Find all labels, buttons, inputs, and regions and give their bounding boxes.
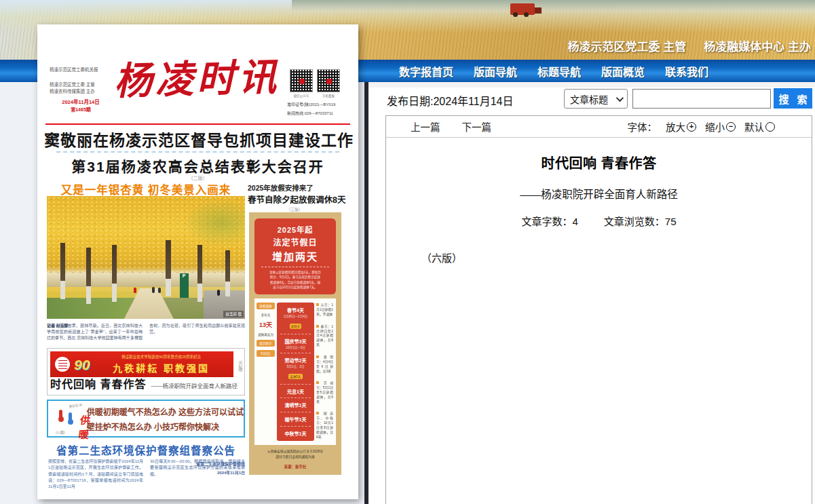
anniversary-slogan: 九秩耕耘 职教强国 (113, 361, 210, 374)
reader-toolbar: 上一篇 下一篇 字体： 放大 + 缩小 − 默认 (386, 116, 812, 138)
photo-credit: 赵玉婷 摄 (223, 311, 244, 317)
infographic-header-card: 2025年起 法定节假日 增加两天 全体公民放假的假日增加2天，即农历 除夕、5… (254, 218, 336, 294)
sponsor-text-1: 杨凌示范区党工委 主管 (568, 37, 687, 54)
featured-story-row: 时代回响 青春作答 ——杨凌职院开辟全面育人新路径 (54, 375, 233, 391)
qr-code-2 (317, 69, 340, 92)
holiday-list: 春节4天 1月28日—2月4日 含除夕 国庆节3天 10月1日—3日 劳动节2天… (277, 303, 314, 440)
sponsor-text-2: 杨凌融媒体中心 主办 (704, 37, 811, 54)
prev-article-link[interactable]: 上一篇 (411, 119, 440, 134)
infographic-divider (261, 267, 329, 267)
infographic-line-2: 法定节假日 (257, 236, 333, 248)
heating-headlines: 供暖初期暖气不热怎么办 这些方法可以试试 壁挂炉不热怎么办 小技巧帮你快解决 (86, 401, 244, 436)
nav-item-page-nav[interactable]: 版面导航 (474, 63, 517, 79)
views-value: 75 (665, 216, 677, 227)
anniversary-small-line: 杨凌职业技术学院建校90周年暨合校25周年纪念 (121, 354, 201, 360)
holiday-tip: 国庆节、中秋节：10月1日至8日放假调休，共8天 (316, 412, 333, 440)
font-label: 字体： (628, 119, 658, 134)
search-category-select[interactable]: 文章标题 (564, 89, 628, 109)
font-default-label: 默认 (744, 119, 764, 134)
search-category-value: 文章标题 (570, 92, 608, 106)
search-button[interactable]: 搜 索 (774, 88, 812, 109)
story-page-ref: （六版） (238, 358, 244, 374)
word-count-label: 文章字数： (521, 216, 572, 227)
qr-label-1: 微信公众号 (290, 94, 313, 98)
scooter-rider (217, 290, 220, 296)
front-page-thumbnail[interactable]: 杨凌示范区党工委机关报 杨凌示范区党工委 主管 杨凌农科传媒集团 主办 2024… (37, 24, 358, 499)
article-subtitle: ——杨凌职院开辟全面育人新路径 (386, 186, 812, 201)
banner-treeline (292, 0, 815, 11)
tree-trunk (225, 250, 230, 297)
holiday-kicker: 2025年放假安排来了 (248, 182, 349, 193)
photo-caption: 记者 赵玉婷 又是一年银杏黄，层林尽染。近日，西北农林科技大学南校区的街道披上了… (47, 323, 245, 345)
parking-sign: P (180, 273, 189, 298)
heating-tips-box: 美好生活 供暖 （八版） 供暖初期暖气不热怎么办 这些方法可以试试 壁挂炉不热怎… (47, 400, 245, 438)
holiday-item: 国庆节3天 10月1日—3日 (279, 338, 312, 349)
article-meta: 文章字数：4文章浏览数：75 (386, 214, 812, 228)
article-body: （六版） (386, 250, 812, 265)
tree-trunk (197, 245, 202, 301)
ginkgo-photo: P 赵玉婷 摄 (47, 196, 245, 319)
nav-item-page-overview[interactable]: 版面概览 (601, 63, 645, 79)
tree-trunk (166, 240, 171, 296)
masthead-rule (45, 123, 350, 125)
featured-story-title: 时代回响 青春作答 (50, 375, 146, 391)
font-zoom-out-label: 缩小 (705, 119, 725, 134)
featured-story-subtitle: ——杨凌职院开辟全面育人新路径 (151, 381, 238, 389)
photo-story-headline: 又是一年银杏黄 初冬美景入画来 (47, 181, 245, 197)
holiday-item: 清明节1天 (279, 402, 312, 408)
infographic-line-3: 增加两天 (257, 249, 333, 263)
next-article-link[interactable]: 下一篇 (462, 119, 492, 134)
second-headline-page-ref: （二版） (44, 174, 352, 181)
nav-item-home[interactable]: 数字报首页 (399, 63, 453, 79)
infographic-note: 庆节自10月1日起放假调休7天。 (257, 285, 333, 290)
heating-script-text: 美好生活 (69, 402, 83, 409)
search-input[interactable] (632, 89, 771, 109)
side-tag: 5月2日 (257, 350, 275, 357)
sponsor-line: 杨凌示范区党工委 主管 杨凌融媒体中心 主办 (568, 37, 811, 54)
newspaper-title: 杨凌时讯 (99, 54, 295, 106)
paper-issue: 第1465期 (50, 107, 112, 112)
lead-headline: 窦敬丽在杨凌示范区督导包抓项目建设工作 (44, 128, 352, 151)
article-reader: 上一篇 下一篇 字体： 放大 + 缩小 − 默认 时代回响 青春作答 (385, 115, 812, 504)
heating-headline-1: 供暖初期暖气不热怎么办 这些方法可以试试 (87, 406, 244, 417)
news-hotline: 新闻热线:029—87033711 (287, 110, 333, 116)
infographic-source: 来源：新华社 (254, 464, 336, 469)
holiday-tip: 元旦：1月1日放假1天，不调休 (316, 303, 333, 317)
notice-headline: 省第二生态环境保护督察组督察公告 (47, 442, 245, 457)
second-headline: 第31届杨凌农高会总结表彰大会召开 (44, 155, 352, 176)
license-number: 准印证号(陕)2021—BY019 (287, 101, 335, 107)
infographic-note: 除夕、5月2日。春节自农历除夕起放 (257, 275, 333, 279)
holiday-item: 中秋节1天 (279, 430, 312, 437)
pedestrian (158, 288, 161, 293)
tree-trunk (112, 245, 117, 301)
thermometer-blue-icon (69, 412, 72, 422)
nav-item-title-nav[interactable]: 标题导航 (537, 63, 581, 79)
font-default-button[interactable]: 默认 (744, 119, 775, 134)
notice-body: 按照安排，省第二生态环境保护督察组于2024年11月1日进驻杨凌示范区，开展生态… (47, 459, 245, 497)
tree-trunk (60, 243, 65, 299)
infographic-footnote: ＊具体安排以国务院办公厅关于2025年 (254, 449, 336, 454)
font-zoom-in-button[interactable]: 放大 + (666, 119, 696, 134)
ninety-logo: 90 (74, 357, 90, 372)
infographic-note: 全体公民放假的假日增加2天，即农历 (257, 270, 333, 275)
holiday-item: 春节4天 1月28日—2月4日 含除夕 (279, 307, 312, 330)
heating-headline-2: 壁挂炉不热怎么办 小技巧帮你快解决 (87, 421, 244, 432)
holiday-page-ref: （三版） (248, 206, 341, 212)
infographic-footer: ＊具体安排以国务院办公厅关于2025年 部分节假日安排的通知为准 来源：新华社 (249, 445, 341, 475)
fire-hydrant (134, 288, 136, 293)
college-seal-icon (55, 357, 70, 372)
font-zoom-out-button[interactable]: 缩小 − (705, 119, 736, 134)
infographic-note: 假调休8天，劳动节放假调休5天，国 (257, 280, 333, 285)
anniversary-banner: 90 杨凌职业技术学院建校90周年暨合校25周年纪念 九秩耕耘 职教强国 (50, 351, 233, 377)
qr-code-1 (290, 69, 313, 92)
pedestrian (152, 287, 155, 293)
holiday-side-labels: 放假调休 全年共 13天 调休两天为 农历除夕 5月2日 (257, 303, 275, 440)
chevron-down-icon (616, 94, 624, 101)
side-tag: 放假调休 (257, 303, 275, 309)
infographic-line-1: 2025年起 (257, 224, 333, 235)
anniversary-story-box: 90 杨凌职业技术学院建校90周年暨合校25周年纪念 九秩耕耘 职教强国 （六版… (47, 348, 245, 395)
nav-item-contact[interactable]: 联系我们 (665, 63, 708, 79)
notice-column-2: 30日每天8:00—20:00。根据督察组职责，督察组主要受理杨凌示范区生态环境… (150, 459, 245, 477)
epaper-page: 杨凌示范区党工委 主管 杨凌融媒体中心 主办 数字报首页 版面导航 标题导航 版… (0, 0, 815, 504)
heating-graphic-area: 美好生活 供暖 （八版） (48, 401, 86, 436)
